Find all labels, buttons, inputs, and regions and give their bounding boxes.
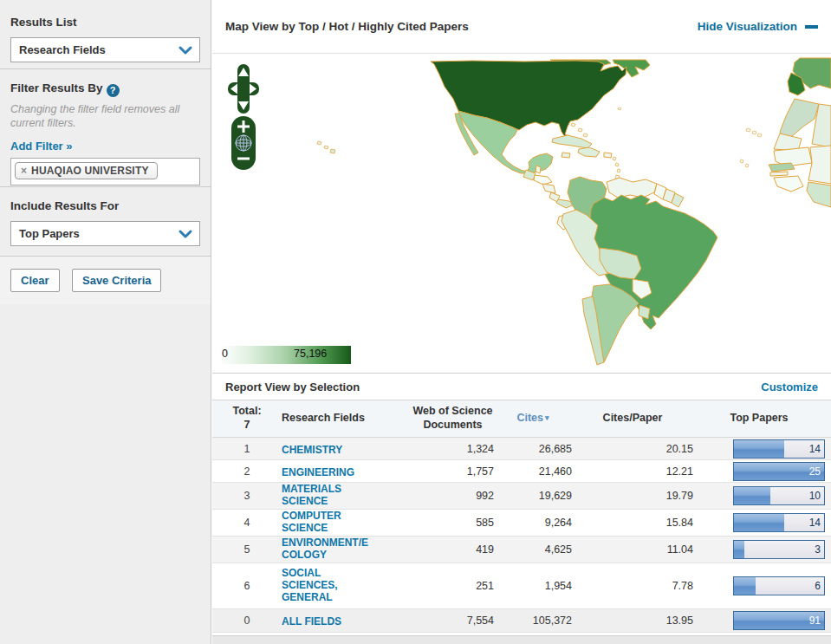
research-field-link[interactable]: SOCIAL SCIENCES, GENERAL — [282, 568, 338, 603]
documents-value: 251 — [412, 580, 494, 592]
top-papers-bar: 91 — [733, 611, 825, 630]
cites-value: 21,460 — [494, 465, 572, 478]
row-rank: 5 — [212, 543, 282, 556]
cites-per-paper-value: 15.84 — [572, 517, 693, 529]
bottom-strip — [212, 635, 831, 644]
documents-value: 992 — [412, 490, 494, 502]
zoom-out-icon — [237, 158, 250, 160]
filter-heading: Filter Results By — [10, 81, 103, 94]
documents-value: 1,324 — [412, 443, 494, 455]
world-map — [212, 54, 831, 373]
research-field-link[interactable]: ENGINEERING — [282, 467, 354, 479]
cites-value: 105,372 — [494, 615, 572, 627]
row-rank: 1 — [212, 443, 282, 455]
filter-section: Filter Results By? Changing the filter f… — [0, 68, 211, 186]
map-header: Map View by Top / Hot / Highly Cited Pap… — [212, 0, 831, 54]
cites-value: 1,954 — [494, 580, 572, 592]
cites-per-paper-value: 7.78 — [572, 580, 693, 592]
sidebar: Results List Research Fields Filter Resu… — [0, 0, 211, 644]
cites-per-paper-value: 20.15 — [572, 443, 693, 455]
column-header-top-papers[interactable]: Top Papers — [693, 412, 831, 426]
report-title: Report View by Selection — [225, 381, 360, 394]
documents-value: 585 — [412, 517, 494, 529]
top-papers-value: 3 — [815, 543, 821, 556]
top-papers-bar: 14 — [733, 513, 825, 532]
column-header-cites-sorted[interactable]: Cites▾ — [494, 412, 572, 426]
top-papers-value: 91 — [809, 615, 821, 627]
total-value: 7 — [212, 419, 282, 433]
column-header-documents[interactable]: Web of Science Documents — [412, 405, 494, 432]
table-row: 3 MATERIALS SCIENCE 992 19,629 19.79 10 — [212, 483, 831, 510]
cites-per-paper-value: 19.79 — [572, 490, 693, 502]
table-row: 4 COMPUTER SCIENCE 585 9,264 15.84 14 — [212, 510, 831, 537]
map-zoom-control[interactable] — [231, 116, 256, 170]
cites-value: 4,625 — [494, 543, 572, 556]
cites-per-paper-value: 11.04 — [572, 543, 693, 556]
active-filter-tag: × HUAQIAO UNIVERSITY — [15, 162, 158, 179]
research-field-link[interactable]: MATERIALS SCIENCE — [282, 484, 341, 508]
top-papers-value: 25 — [809, 465, 821, 478]
chevron-down-icon — [177, 44, 194, 56]
row-rank: 6 — [212, 580, 282, 592]
add-filter-link[interactable]: Add Filter » — [10, 140, 73, 153]
minus-icon — [805, 25, 818, 29]
customize-link[interactable]: Customize — [761, 381, 818, 394]
cites-value: 19,629 — [494, 490, 572, 502]
top-papers-value: 14 — [809, 517, 821, 529]
clear-button[interactable]: Clear — [10, 269, 60, 292]
research-field-link[interactable]: CHEMISTRY — [282, 445, 342, 457]
main-panel: Map View by Top / Hot / Highly Cited Pap… — [212, 0, 831, 644]
save-criteria-button[interactable]: Save Criteria — [72, 269, 162, 292]
top-papers-bar: 10 — [733, 486, 825, 505]
cites-value: 9,264 — [494, 517, 572, 529]
table-row: 2 ENGINEERING 1,757 21,460 12.21 25 — [212, 460, 831, 483]
results-list-select[interactable]: Research Fields — [10, 37, 200, 62]
top-papers-bar: 25 — [733, 462, 825, 481]
row-rank: 3 — [212, 490, 282, 502]
table-row: 6 SOCIAL SCIENCES, GENERAL 251 1,954 7.7… — [212, 563, 831, 609]
map-title: Map View by Top / Hot / Highly Cited Pap… — [225, 20, 469, 33]
table-row: 5 ENVIRONMENT/E COLOGY 419 4,625 11.04 3 — [212, 537, 831, 563]
table-row: 1 CHEMISTRY 1,324 26,685 20.15 14 — [212, 438, 831, 460]
cites-per-paper-value: 13.95 — [572, 615, 693, 627]
table-header-row: Total: 7 Research Fields Web of Science … — [212, 400, 831, 438]
legend-min-value: 0 — [222, 348, 228, 360]
report-header: Report View by Selection Customize — [212, 373, 831, 400]
sidebar-actions: Clear Save Criteria — [0, 256, 211, 304]
top-papers-value: 14 — [809, 443, 821, 455]
sort-descending-icon: ▾ — [545, 413, 549, 422]
research-field-link[interactable]: ALL FIELDS — [282, 616, 341, 628]
column-header-cites-per-paper[interactable]: Cites/Paper — [572, 412, 693, 426]
globe-icon — [236, 135, 251, 151]
cites-sort-label: Cites — [516, 412, 543, 424]
top-papers-value: 10 — [809, 490, 821, 502]
documents-value: 7,554 — [412, 615, 494, 627]
top-papers-bar: 3 — [733, 540, 825, 559]
map-canvas[interactable]: 0 75,196 — [212, 54, 831, 373]
remove-filter-icon[interactable]: × — [21, 165, 27, 177]
hide-visualization-link[interactable]: Hide Visualization — [698, 20, 818, 33]
results-list-selected-value: Research Fields — [19, 43, 106, 56]
map-pan-control[interactable] — [228, 64, 259, 114]
include-results-select[interactable]: Top Papers — [10, 221, 200, 246]
research-field-link[interactable]: ENVIRONMENT/E COLOGY — [282, 537, 368, 562]
map-legend: 0 75,196 — [219, 346, 351, 364]
hide-visualization-label: Hide Visualization — [698, 20, 797, 33]
row-rank: 4 — [212, 517, 282, 529]
chevron-down-icon — [177, 228, 194, 240]
column-header-research-fields[interactable]: Research Fields — [282, 412, 412, 426]
results-list-section: Results List Research Fields — [0, 0, 211, 68]
active-filter-label: HUAQIAO UNIVERSITY — [31, 165, 149, 177]
research-field-link[interactable]: COMPUTER SCIENCE — [282, 511, 341, 535]
row-rank: 2 — [212, 465, 282, 478]
results-list-heading: Results List — [10, 16, 200, 29]
total-header: Total: 7 — [212, 405, 282, 432]
include-results-section: Include Results For Top Papers — [0, 186, 211, 256]
include-results-selected-value: Top Papers — [19, 227, 80, 240]
top-papers-value: 6 — [815, 580, 821, 592]
cites-per-paper-value: 12.21 — [572, 465, 693, 478]
top-papers-bar: 14 — [733, 439, 825, 459]
include-results-heading: Include Results For — [10, 199, 200, 212]
help-icon[interactable]: ? — [107, 84, 120, 97]
filter-input[interactable]: × HUAQIAO UNIVERSITY — [10, 158, 200, 185]
